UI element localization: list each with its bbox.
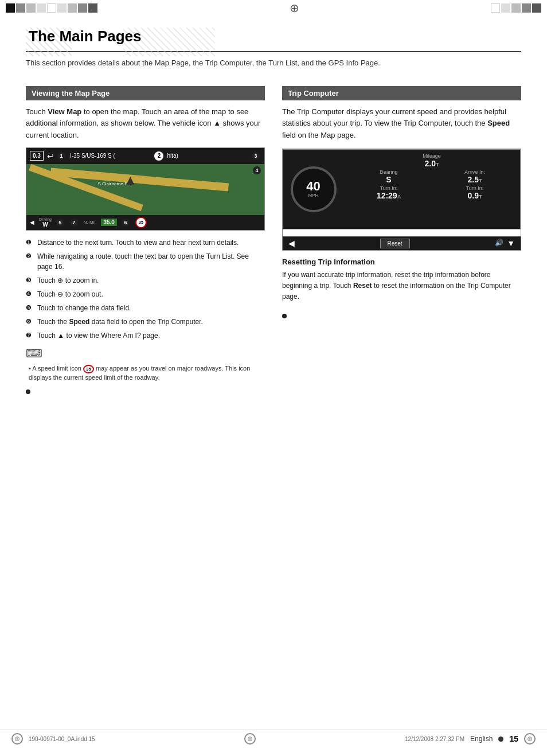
view-map-bold: View Map	[48, 107, 81, 116]
footer-left: ⊕ 190-00971-00_0A.indd 15	[11, 733, 95, 745]
driving-indicator: Driving W	[39, 217, 52, 228]
reg-sq-r4	[522, 3, 531, 13]
arrive-col: Arrive In: 2.5T	[434, 169, 515, 184]
speed-value: 35.0	[103, 219, 114, 225]
reg-sq-5	[47, 3, 56, 13]
list-num-2: ❷	[26, 251, 37, 261]
note-speed-icon: 35	[83, 365, 94, 373]
turnin1-col: Turn In: 12:29A	[348, 185, 429, 200]
callout-4: 4	[253, 166, 261, 174]
map-bottom-bar: ◀ Driving W 5 7 N. Mil. 35.0 6 35	[26, 215, 264, 230]
list-item-1: ❶ Distance to the next turn. Touch to vi…	[26, 237, 265, 248]
callout-5: 5	[56, 219, 64, 227]
list-text-2: While navigating a route, touch the text…	[37, 251, 265, 272]
right-section-bullet	[282, 314, 287, 318]
trip-desc-end: field on the Map page.	[282, 131, 356, 139]
center-crosshair	[287, 1, 301, 15]
map-screenshot: 0.3 ↩ 1 I-35 S/US-169 S ( 2 hita) 3	[26, 147, 265, 231]
list-item-7: ❼ Touch ▲ to view the Where Am I? page.	[26, 330, 265, 341]
gauge-unit: MPH	[308, 193, 319, 198]
trip-gauge: 40 MPH	[283, 150, 343, 229]
note-icon-area: ⌨	[26, 346, 265, 360]
callout-4-area: 4	[253, 165, 262, 174]
reg-sq-7	[68, 3, 77, 13]
list-item-3: ❸ Touch ⊕ to zoom in.	[26, 275, 265, 286]
map-top-bar: 0.3 ↩ 1 I-35 S/US-169 S ( 2 hita) 3	[26, 148, 264, 164]
tc-speaker-icon[interactable]: 🔊	[495, 239, 503, 248]
page-footer: ⊕ 190-00971-00_0A.indd 15 ⊕ 12/12/2008 2…	[0, 730, 547, 747]
touch-word: Touch	[26, 107, 48, 116]
title-underline	[26, 51, 521, 52]
footer-crosshair-right: ⊕	[524, 733, 536, 745]
callout-7: 7	[70, 219, 78, 227]
arrive-label: Arrive In:	[434, 169, 515, 175]
turnin1-num: 12:29	[377, 191, 397, 200]
list-num-3: ❸	[26, 275, 37, 285]
resetting-header: Resetting Trip Information	[282, 258, 521, 266]
tc-bottom-bar: ◀ Reset 🔊 ▼	[283, 236, 521, 250]
list-text-3: Touch ⊕ to zoom in.	[37, 275, 265, 286]
two-column-layout: Viewing the Map Page Touch View Map to o…	[26, 86, 521, 394]
reg-sq-2	[16, 3, 25, 13]
turnin1-value: 12:29A	[348, 191, 429, 200]
callout-1: 1	[57, 152, 65, 160]
map-zoom-area: 3	[252, 152, 261, 160]
list-item-6: ❻ Touch the Speed data field to open the…	[26, 317, 265, 327]
turnin2-col: Turn In: 0.9T	[434, 185, 515, 200]
turnin2-num: 0.9	[468, 191, 479, 200]
mileage-unit: T	[436, 162, 439, 167]
bearing-label: Bearing	[348, 169, 429, 175]
vehicle-icon: ▲	[213, 119, 221, 127]
list-item-5: ❺ Touch to change the data field.	[26, 303, 265, 313]
reg-sq-3	[26, 3, 36, 13]
reg-sq-r3	[511, 3, 521, 13]
speed-bold: Speed	[487, 119, 510, 127]
note-bullet: •	[29, 365, 31, 372]
arrive-num: 2.5	[468, 175, 479, 184]
turnin1-unit: A	[397, 194, 401, 200]
mileage-label: Mileage	[348, 153, 515, 159]
map-back-arrow: ↩	[47, 151, 54, 161]
tc-down-button[interactable]: ▼	[507, 239, 515, 248]
trip-computer-mockup: 40 MPH Mileage 2.0T	[282, 149, 521, 251]
list-item-4: ❹ Touch ⊖ to zoom out.	[26, 289, 265, 299]
map-instructions-list: ❶ Distance to the next turn. Touch to vi…	[26, 237, 265, 341]
list-text-4: Touch ⊖ to zoom out.	[37, 289, 265, 299]
reg-sq-r5	[532, 3, 541, 13]
tc-back-button[interactable]: ◀	[288, 239, 295, 248]
trip-computer-display: 40 MPH Mileage 2.0T	[283, 149, 521, 229]
list-text-7: Touch ▲ to view the Where Am I? page.	[37, 330, 265, 341]
callout-6: 6	[122, 219, 130, 227]
road-label: S Clairborne Rd	[98, 181, 131, 186]
list-num-5: ❺	[26, 303, 37, 313]
speed-limit-sign: 35	[135, 217, 147, 228]
reg-sq-1	[6, 3, 15, 13]
turnin2-unit: T	[479, 194, 482, 200]
right-column: Trip Computer The Trip Computer displays…	[282, 86, 521, 319]
map-distance-label: 0.3	[30, 151, 44, 161]
list-item-2: ❷ While navigating a route, touch the te…	[26, 251, 265, 272]
tc-reset-button[interactable]: Reset	[380, 239, 410, 248]
reset-bold: Reset	[353, 282, 372, 290]
callout-2: 2	[154, 151, 163, 161]
footer-center: ⊕	[244, 733, 256, 745]
arrive-unit: T	[479, 178, 482, 184]
viewing-map-header: Viewing the Map Page	[26, 86, 265, 100]
turnin-row: Turn In: 12:29A Turn In: 0.9T	[348, 185, 515, 200]
reg-sq-r2	[501, 3, 510, 13]
map-back-icon: ◀	[30, 219, 34, 225]
reg-sq-r1	[491, 3, 500, 13]
speed-limit-value: 35	[139, 220, 143, 224]
footer-lang: English	[470, 735, 493, 743]
footer-timestamp: 12/12/2008 2:27:32 PM	[405, 736, 464, 742]
mileage-num: 2.0	[425, 159, 436, 168]
speed-display: 35.0	[101, 219, 116, 226]
n-mil-label: N. Mil.	[84, 220, 97, 225]
resetting-text: If you want accurate trip information, r…	[282, 270, 521, 303]
mileage-value: 2.0T	[348, 159, 515, 168]
list-text-6: Touch the Speed data field to open the T…	[37, 317, 265, 327]
section-end-bullet	[26, 389, 30, 394]
list-num-4: ❹	[26, 289, 37, 299]
callout-3: 3	[252, 152, 260, 160]
page-subtitle: This section provides details about the …	[26, 57, 521, 69]
